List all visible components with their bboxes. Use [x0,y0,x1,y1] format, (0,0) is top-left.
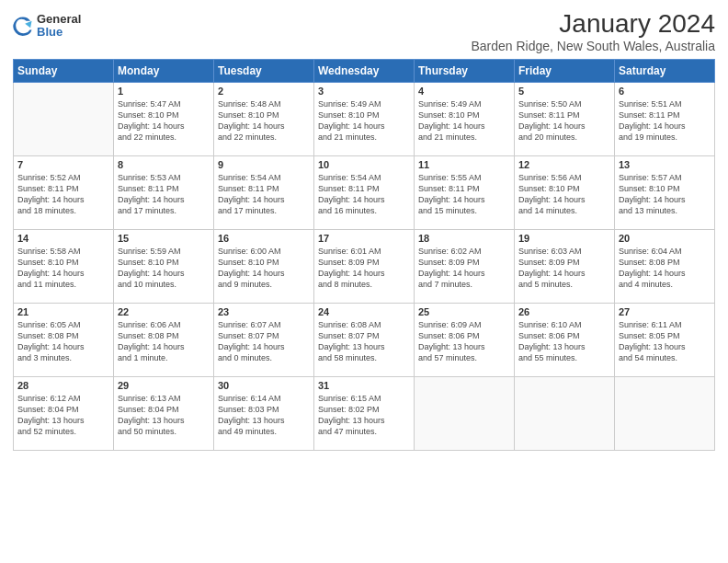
title-area: January 2024 Barden Ridge, New South Wal… [471,9,715,53]
table-row: 24Sunrise: 6:08 AM Sunset: 8:07 PM Dayli… [314,304,415,377]
day-number: 14 [17,233,109,244]
day-number: 3 [318,86,410,97]
day-info: Sunrise: 5:56 AM Sunset: 8:10 PM Dayligh… [518,172,610,217]
table-row [415,377,515,451]
day-info: Sunrise: 5:49 AM Sunset: 8:10 PM Dayligh… [418,98,510,144]
day-number: 9 [218,159,310,170]
day-number: 28 [17,380,109,391]
day-info: Sunrise: 5:55 AM Sunset: 8:11 PM Dayligh… [418,172,510,217]
col-saturday: Saturday [615,60,715,83]
day-info: Sunrise: 6:11 AM Sunset: 8:05 PM Dayligh… [619,319,711,364]
day-info: Sunrise: 6:00 AM Sunset: 8:10 PM Dayligh… [218,246,310,291]
logo-blue: Blue [37,26,81,39]
table-row: 17Sunrise: 6:01 AM Sunset: 8:09 PM Dayli… [314,230,415,304]
day-number: 29 [118,380,210,391]
day-number: 2 [218,86,310,97]
calendar-week-row: 1Sunrise: 5:47 AM Sunset: 8:10 PM Daylig… [14,83,715,156]
table-row: 26Sunrise: 6:10 AM Sunset: 8:06 PM Dayli… [515,304,615,377]
calendar-page: General Blue January 2024 Barden Ridge, … [0,0,728,563]
logo-icon [13,16,33,36]
table-row: 4Sunrise: 5:49 AM Sunset: 8:10 PM Daylig… [415,83,515,156]
table-row: 28Sunrise: 6:12 AM Sunset: 8:04 PM Dayli… [14,377,114,451]
calendar-header: General Blue January 2024 Barden Ridge, … [13,9,715,53]
calendar-week-row: 14Sunrise: 5:58 AM Sunset: 8:10 PM Dayli… [14,230,715,304]
col-friday: Friday [515,60,615,83]
col-monday: Monday [114,60,214,83]
day-number: 20 [619,233,711,244]
day-info: Sunrise: 5:53 AM Sunset: 8:11 PM Dayligh… [118,172,210,217]
table-row: 14Sunrise: 5:58 AM Sunset: 8:10 PM Dayli… [14,230,114,304]
calendar-title: January 2024 [471,9,715,39]
table-row: 21Sunrise: 6:05 AM Sunset: 8:08 PM Dayli… [14,304,114,377]
day-number: 17 [318,233,410,244]
day-info: Sunrise: 6:10 AM Sunset: 8:06 PM Dayligh… [518,319,610,364]
day-info: Sunrise: 6:03 AM Sunset: 8:09 PM Dayligh… [518,246,610,291]
calendar-table: Sunday Monday Tuesday Wednesday Thursday… [13,59,715,451]
day-number: 4 [418,86,510,97]
day-number: 30 [218,380,310,391]
table-row: 11Sunrise: 5:55 AM Sunset: 8:11 PM Dayli… [415,156,515,230]
table-row: 25Sunrise: 6:09 AM Sunset: 8:06 PM Dayli… [415,304,515,377]
table-row: 13Sunrise: 5:57 AM Sunset: 8:10 PM Dayli… [615,156,715,230]
day-info: Sunrise: 6:04 AM Sunset: 8:08 PM Dayligh… [619,246,711,291]
logo-text: General Blue [37,13,81,40]
col-wednesday: Wednesday [314,60,415,83]
day-info: Sunrise: 5:49 AM Sunset: 8:10 PM Dayligh… [318,98,410,144]
day-number: 26 [518,306,610,317]
day-info: Sunrise: 5:54 AM Sunset: 8:11 PM Dayligh… [318,172,410,217]
table-row: 8Sunrise: 5:53 AM Sunset: 8:11 PM Daylig… [114,156,214,230]
day-number: 12 [518,159,610,170]
day-info: Sunrise: 5:54 AM Sunset: 8:11 PM Dayligh… [218,172,310,217]
day-number: 22 [118,306,210,317]
calendar-subtitle: Barden Ridge, New South Wales, Australia [471,39,715,53]
table-row: 2Sunrise: 5:48 AM Sunset: 8:10 PM Daylig… [214,83,314,156]
table-row: 29Sunrise: 6:13 AM Sunset: 8:04 PM Dayli… [114,377,214,451]
day-info: Sunrise: 6:15 AM Sunset: 8:02 PM Dayligh… [318,393,410,438]
day-number: 10 [318,159,410,170]
day-number: 27 [619,306,711,317]
calendar-header-row: Sunday Monday Tuesday Wednesday Thursday… [14,60,715,83]
day-info: Sunrise: 5:59 AM Sunset: 8:10 PM Dayligh… [118,246,210,291]
logo-general: General [37,13,81,26]
day-number: 16 [218,233,310,244]
day-info: Sunrise: 5:57 AM Sunset: 8:10 PM Dayligh… [619,172,711,217]
table-row: 10Sunrise: 5:54 AM Sunset: 8:11 PM Dayli… [314,156,415,230]
day-number: 11 [418,159,510,170]
day-number: 5 [518,86,610,97]
day-number: 15 [118,233,210,244]
day-number: 19 [518,233,610,244]
day-info: Sunrise: 6:05 AM Sunset: 8:08 PM Dayligh… [17,319,109,364]
day-info: Sunrise: 5:52 AM Sunset: 8:11 PM Dayligh… [17,172,109,217]
day-number: 21 [17,306,109,317]
day-number: 13 [619,159,711,170]
table-row: 1Sunrise: 5:47 AM Sunset: 8:10 PM Daylig… [114,83,214,156]
day-info: Sunrise: 5:50 AM Sunset: 8:11 PM Dayligh… [518,98,610,144]
table-row: 22Sunrise: 6:06 AM Sunset: 8:08 PM Dayli… [114,304,214,377]
table-row: 30Sunrise: 6:14 AM Sunset: 8:03 PM Dayli… [214,377,314,451]
day-info: Sunrise: 6:14 AM Sunset: 8:03 PM Dayligh… [218,393,310,438]
day-number: 24 [318,306,410,317]
table-row [515,377,615,451]
day-info: Sunrise: 5:47 AM Sunset: 8:10 PM Dayligh… [118,98,210,144]
day-info: Sunrise: 6:09 AM Sunset: 8:06 PM Dayligh… [418,319,510,364]
day-info: Sunrise: 5:51 AM Sunset: 8:11 PM Dayligh… [619,98,711,144]
calendar-week-row: 28Sunrise: 6:12 AM Sunset: 8:04 PM Dayli… [14,377,715,451]
day-info: Sunrise: 6:06 AM Sunset: 8:08 PM Dayligh… [118,319,210,364]
day-number: 7 [17,159,109,170]
day-info: Sunrise: 6:07 AM Sunset: 8:07 PM Dayligh… [218,319,310,364]
table-row: 18Sunrise: 6:02 AM Sunset: 8:09 PM Dayli… [415,230,515,304]
day-number: 23 [218,306,310,317]
table-row: 5Sunrise: 5:50 AM Sunset: 8:11 PM Daylig… [515,83,615,156]
day-info: Sunrise: 6:02 AM Sunset: 8:09 PM Dayligh… [418,246,510,291]
calendar-week-row: 21Sunrise: 6:05 AM Sunset: 8:08 PM Dayli… [14,304,715,377]
col-tuesday: Tuesday [214,60,314,83]
day-number: 18 [418,233,510,244]
col-thursday: Thursday [415,60,515,83]
table-row: 7Sunrise: 5:52 AM Sunset: 8:11 PM Daylig… [14,156,114,230]
table-row [615,377,715,451]
table-row: 16Sunrise: 6:00 AM Sunset: 8:10 PM Dayli… [214,230,314,304]
day-number: 6 [619,86,711,97]
day-info: Sunrise: 6:12 AM Sunset: 8:04 PM Dayligh… [17,393,109,438]
day-number: 25 [418,306,510,317]
table-row: 20Sunrise: 6:04 AM Sunset: 8:08 PM Dayli… [615,230,715,304]
